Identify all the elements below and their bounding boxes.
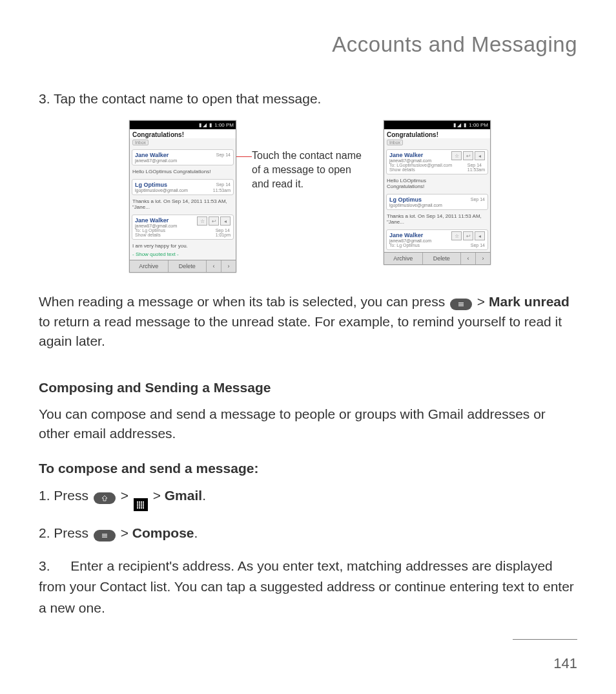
status-time: 1:00 PM — [214, 121, 234, 129]
section-title: Accounts and Messaging — [39, 32, 577, 57]
menu-key-icon — [94, 530, 116, 542]
msg-card-2[interactable]: Sep 14 Lg Optimus lgoptimuslove@gmail.co… — [386, 194, 488, 210]
signal-icon: ▮ ◢ — [199, 121, 207, 129]
msg-card-2[interactable]: Sep 1411:53am Lg Optimus lgoptimuslove@g… — [132, 179, 234, 195]
manual-page: Accounts and Messaging 3. Tap the contac… — [0, 0, 616, 694]
thread-toolbar: Archive Delete ‹ › — [130, 260, 236, 272]
chevron-left-icon[interactable]: ◂ — [475, 151, 485, 160]
step-text: Enter a recipient's address. As you ente… — [39, 558, 574, 615]
svg-rect-0 — [458, 302, 464, 303]
older-button[interactable]: ‹ — [207, 260, 221, 272]
msg-action-buttons: ☆ ↩ ◂ — [451, 231, 485, 240]
sep: > — [477, 294, 489, 309]
step-text: Tap the contact name to open that messag… — [54, 91, 321, 106]
msg-sender-mail: lgoptimuslove@gmail.com — [389, 203, 485, 207]
msg-preview-1: Hello LGOptimus Congratulations! — [130, 167, 236, 177]
svg-rect-5 — [102, 537, 107, 538]
msg-preview-2: Thanks a lot. On Sep 14, 2011 11:53 AM, … — [384, 212, 490, 227]
msg-date: Sep 14 — [216, 152, 231, 158]
thread-subject: Congratulations! — [384, 129, 490, 138]
compose-label: Compose — [132, 525, 194, 540]
text: Press — [54, 488, 92, 503]
newer-button[interactable]: › — [221, 260, 236, 272]
compose-step-1: 1. Press > > Gmail. — [39, 485, 577, 512]
delete-button[interactable]: Delete — [169, 260, 207, 272]
archive-button[interactable]: Archive — [384, 253, 423, 264]
msg-to-line: To: Lg Optimus Sep 14 — [389, 243, 485, 247]
sep: > — [121, 525, 132, 540]
star-icon[interactable]: ☆ — [197, 216, 207, 226]
svg-rect-3 — [102, 534, 107, 534]
msg-date: Sep 1411:53am — [213, 182, 231, 193]
msg-card-1[interactable]: Sep 14 Jane Walker janew87@gmail.com — [132, 149, 234, 165]
status-time: 1:00 PM — [469, 121, 488, 129]
svg-rect-4 — [102, 535, 107, 536]
compose-step-2: 2. Press > Compose. — [39, 523, 577, 544]
inbox-label: Inbox — [132, 140, 149, 145]
status-bar: ▮ ◢ ▮ 1:00 PM — [130, 121, 236, 129]
step-number: 2. — [39, 525, 50, 540]
older-button[interactable]: ‹ — [461, 253, 476, 264]
signal-icon: ▮ ◢ — [453, 121, 461, 129]
msg-body-1: Hello LGOptimusCongratulations! — [384, 176, 490, 192]
to-compose-heading: To compose and send a message: — [39, 461, 577, 476]
home-key-icon — [94, 492, 116, 504]
msg-to-line: To: LGoptimuslove@gmail.com Sep 1411:53a… — [389, 163, 485, 167]
reply-icon[interactable]: ↩ — [209, 216, 219, 226]
callout-text: Touch the contact name of a message to o… — [252, 150, 362, 189]
text: Press — [54, 525, 92, 540]
text: to return a read message to the unread s… — [39, 314, 562, 348]
composing-intro: You can compose and send a message to pe… — [39, 405, 577, 444]
gmail-label: Gmail — [165, 488, 202, 503]
msg-card-3-expanded[interactable]: ☆ ↩ ◂ Jane Walker janew87@gmail.com To: … — [132, 215, 234, 240]
archive-button[interactable]: Archive — [130, 260, 169, 272]
battery-icon: ▮ — [209, 121, 212, 129]
sep: > — [153, 488, 165, 503]
chevron-left-icon[interactable]: ◂ — [220, 216, 231, 226]
star-icon[interactable]: ☆ — [451, 151, 462, 160]
mark-unread-label: Mark unread — [489, 294, 570, 309]
screenshot-right: ▮ ◢ ▮ 1:00 PM Congratulations! Inbox ☆ ↩… — [384, 120, 491, 265]
sep: > — [121, 488, 132, 503]
show-quoted-link[interactable]: - Show quoted text - — [130, 251, 236, 260]
reply-icon[interactable]: ↩ — [463, 151, 473, 160]
newer-button[interactable]: › — [476, 253, 490, 264]
apps-grid-icon — [134, 498, 148, 511]
msg-sender-mail: janew87@gmail.com — [135, 158, 231, 163]
callout-leader-line — [236, 156, 252, 157]
delete-button[interactable]: Delete — [423, 253, 462, 264]
msg-to-line: To: Lg Optimus Sep 141:01pm — [135, 228, 231, 233]
figure-callout: Touch the contact name of a message to o… — [252, 120, 368, 191]
svg-rect-2 — [458, 306, 464, 306]
step-number: 1. — [39, 488, 50, 503]
inbox-label: Inbox — [387, 140, 403, 145]
text: When reading a message or when its tab i… — [39, 294, 449, 309]
step-3: 3. Tap the contact name to open that mes… — [39, 89, 577, 109]
msg-date: Sep 14 — [471, 196, 485, 202]
status-bar: ▮ ◢ ▮ 1:00 PM — [384, 121, 490, 129]
page-number: 141 — [553, 655, 577, 672]
thread-toolbar: Archive Delete ‹ › — [384, 252, 490, 264]
svg-rect-1 — [458, 304, 464, 305]
msg-action-buttons: ☆ ↩ ◂ — [451, 151, 485, 160]
msg-body-3: I am very happy for you. — [130, 242, 236, 251]
page-rule — [513, 639, 577, 640]
compose-step-3: 3. Enter a recipient's address. As you e… — [39, 556, 577, 619]
screenshot-left: ▮ ◢ ▮ 1:00 PM Congratulations! Inbox Sep… — [129, 120, 236, 273]
chevron-left-icon[interactable]: ◂ — [475, 231, 485, 240]
thread-subject: Congratulations! — [130, 129, 236, 138]
composing-heading: Composing and Sending a Message — [39, 380, 577, 395]
step-number: 3. — [39, 558, 50, 573]
msg-card-1-expanded[interactable]: ☆ ↩ ◂ Jane Walker janew87@gmail.com To: … — [386, 149, 488, 174]
reply-icon[interactable]: ↩ — [463, 231, 473, 240]
figure-row: ▮ ◢ ▮ 1:00 PM Congratulations! Inbox Sep… — [129, 120, 577, 273]
menu-key-icon — [450, 299, 472, 310]
msg-action-buttons: ☆ ↩ ◂ — [197, 216, 231, 226]
msg-card-3[interactable]: ☆ ↩ ◂ Jane Walker janew87@gmail.com To: … — [386, 229, 488, 250]
mark-unread-paragraph: When reading a message or when its tab i… — [39, 292, 577, 351]
battery-icon: ▮ — [464, 121, 466, 129]
step-number: 3. — [39, 91, 50, 106]
star-icon[interactable]: ☆ — [451, 231, 462, 240]
msg-preview-2: Thanks a lot. On Sep 14, 2011 11:53 AM, … — [130, 197, 236, 213]
